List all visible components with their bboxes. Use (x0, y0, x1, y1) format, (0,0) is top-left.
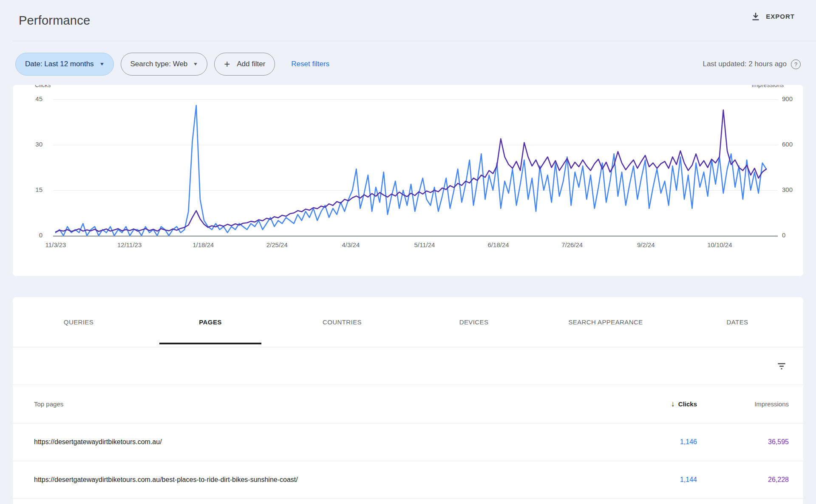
tab-label: DATES (727, 318, 748, 326)
tab-queries[interactable]: QUERIES (13, 297, 144, 347)
tab-pages[interactable]: PAGES (144, 297, 276, 347)
filter-list-icon[interactable] (776, 360, 787, 373)
impressions-column-header[interactable]: Impressions (697, 400, 803, 408)
table-toolbar (13, 347, 803, 385)
x-axis-tick-label: 2/25/24 (254, 241, 300, 248)
clicks-line-series (56, 105, 766, 236)
tab-label: COUNTRIES (323, 318, 362, 326)
table-row[interactable]: https://desertgatewaydirtbiketours.com.a… (13, 461, 803, 499)
x-axis-tick-label: 5/11/24 (401, 241, 448, 248)
add-filter-label: Add filter (237, 60, 265, 68)
impressions-value: 26,228 (697, 476, 803, 484)
tab-label: DEVICES (459, 318, 489, 326)
clicks-column-header[interactable]: ↓ Clicks (620, 400, 697, 408)
tab-label: QUERIES (64, 318, 94, 326)
add-filter-button[interactable]: + Add filter (214, 53, 275, 76)
x-axis-tick-label: 11/3/23 (32, 241, 79, 248)
export-button[interactable]: EXPORT (745, 7, 801, 26)
x-axis-tick-label: 4/3/24 (327, 241, 374, 248)
plus-icon: + (224, 59, 230, 69)
table-row[interactable]: https://desertgatewaydirtbiketours.com.a… (13, 423, 803, 461)
page-url[interactable]: https://desertgatewaydirtbiketours.com.a… (13, 476, 620, 484)
table-body: https://desertgatewaydirtbiketours.com.a… (13, 423, 803, 499)
active-tab-underline (159, 343, 261, 344)
x-axis-tick-label: 12/11/23 (106, 241, 153, 248)
search-type-label: Search type: Web (130, 60, 188, 68)
chevron-down-icon: ▼ (99, 62, 105, 66)
date-filter-label: Date: Last 12 months (25, 60, 94, 68)
x-axis-tick-label: 6/18/24 (475, 241, 522, 248)
last-updated-text: Last updated: 2 hours ago (703, 60, 787, 68)
tab-label: PAGES (199, 318, 221, 326)
top-pages-header: Top pages (13, 400, 620, 408)
x-axis-tick-label: 7/26/24 (549, 241, 595, 248)
clicks-value: 1,146 (620, 438, 697, 446)
tab-countries[interactable]: COUNTRIES (276, 297, 408, 347)
table-header-row: Top pages ↓ Clicks Impressions (13, 385, 803, 423)
search-console-performance-page: Performance EXPORT Date: Last 12 months … (0, 0, 816, 76)
search-type-chip[interactable]: Search type: Web ▼ (121, 53, 208, 76)
page-header: Performance EXPORT (0, 0, 816, 41)
dimension-tabs: QUERIESPAGESCOUNTRIESDEVICESSEARCH APPEA… (13, 297, 803, 347)
clicks-value: 1,144 (620, 476, 697, 484)
download-icon (751, 11, 761, 22)
impressions-line-series (56, 110, 766, 232)
impressions-value: 36,595 (697, 438, 803, 446)
performance-chart-card: Clicks Impressions 4530150 9006003000 11… (13, 85, 803, 276)
export-label: EXPORT (766, 13, 795, 20)
page-title: Performance (19, 14, 90, 28)
tab-devices[interactable]: DEVICES (408, 297, 540, 347)
x-axis-tick-label: 10/10/24 (696, 241, 743, 248)
x-axis-tick-label: 9/2/24 (623, 241, 669, 248)
reset-filters-link[interactable]: Reset filters (291, 60, 329, 68)
x-axis-tick-label: 1/18/24 (180, 241, 227, 248)
sort-desc-icon: ↓ (671, 400, 675, 408)
tab-search-appearance[interactable]: SEARCH APPEARANCE (540, 297, 672, 347)
tab-dates[interactable]: DATES (672, 297, 803, 347)
chevron-down-icon: ▼ (193, 62, 198, 66)
filter-bar: Date: Last 12 months ▼ Search type: Web … (15, 53, 801, 76)
tab-label: SEARCH APPEARANCE (568, 318, 643, 326)
dimensions-table-card: QUERIESPAGESCOUNTRIESDEVICESSEARCH APPEA… (13, 297, 803, 504)
page-url[interactable]: https://desertgatewaydirtbiketours.com.a… (13, 438, 620, 446)
help-icon[interactable]: ? (791, 59, 801, 69)
date-filter-chip[interactable]: Date: Last 12 months ▼ (15, 53, 114, 76)
